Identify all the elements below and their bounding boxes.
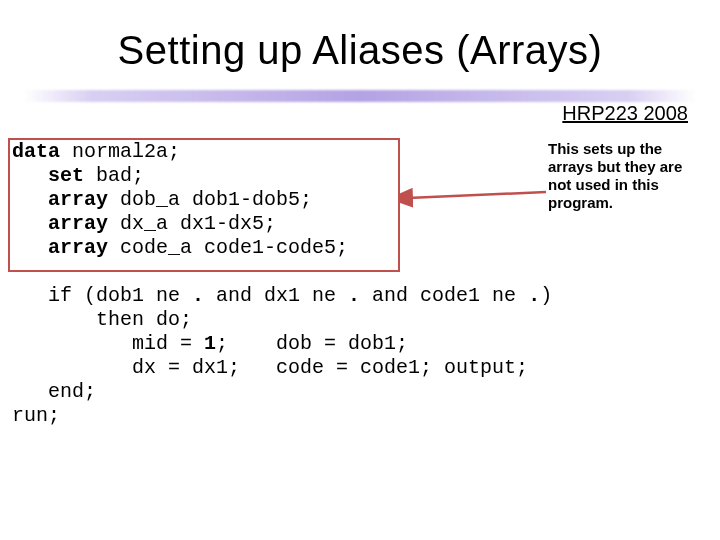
kw-dot: .	[192, 284, 204, 307]
kw-dot: .	[348, 284, 360, 307]
slide: Setting up Aliases (Arrays) HRP223 2008 …	[0, 0, 720, 540]
kw-num: 1	[204, 332, 216, 355]
code-text: end;	[12, 380, 96, 403]
highlight-box	[8, 138, 400, 272]
svg-line-1	[408, 192, 546, 198]
code-text: ; dob = dob1;	[216, 332, 408, 355]
course-label: HRP223 2008	[562, 102, 688, 125]
code-text: run;	[12, 404, 60, 427]
code-text: )	[540, 284, 552, 307]
code-text: mid =	[12, 332, 204, 355]
code-text: if (dob1 ne	[12, 284, 192, 307]
decorative-bar	[24, 90, 696, 102]
page-title: Setting up Aliases (Arrays)	[0, 28, 720, 73]
code-text: then do;	[12, 308, 192, 331]
arrow-icon	[398, 178, 548, 214]
annotation-text: This sets up the arrays but they are not…	[548, 140, 708, 212]
kw-dot: .	[528, 284, 540, 307]
code-text: and dx1 ne	[204, 284, 348, 307]
code-text: dx = dx1; code = code1; output;	[12, 356, 528, 379]
code-text: and code1 ne	[360, 284, 528, 307]
